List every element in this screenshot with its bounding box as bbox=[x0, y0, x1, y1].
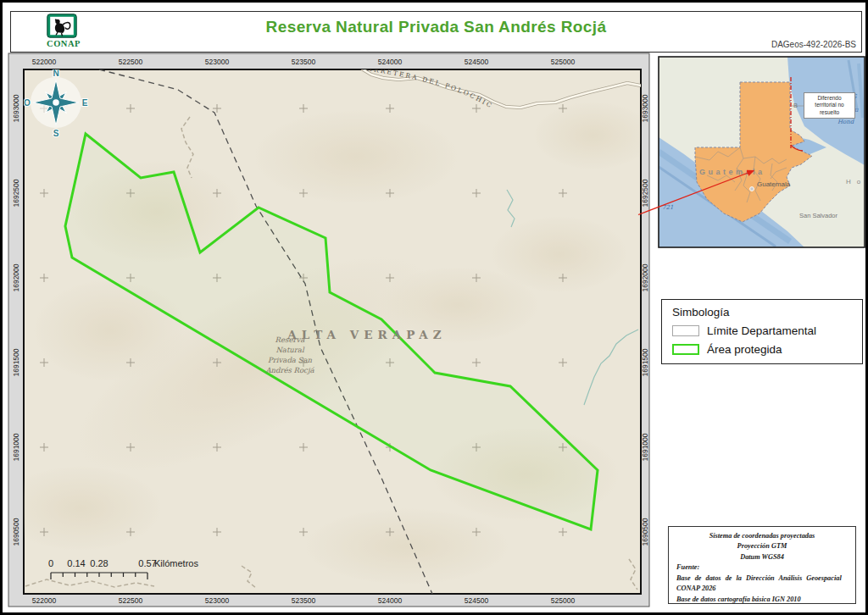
grid-coordinate-label: 1693000 bbox=[641, 94, 649, 122]
grid-coordinate-label: 1692000 bbox=[12, 263, 20, 291]
grid-coordinate-label: 1692500 bbox=[641, 179, 649, 207]
credits-box: Sistema de coordenadas proyectadas Proye… bbox=[668, 526, 856, 604]
compass-w: O bbox=[24, 98, 31, 108]
source-heading: Fuente: bbox=[676, 562, 848, 573]
projection-line: Sistema de coordenadas proyectadas bbox=[676, 531, 848, 541]
inset-city-dot bbox=[750, 187, 754, 191]
svg-text:Kilómetros: Kilómetros bbox=[154, 558, 198, 568]
source-line: CONAP 2026 bbox=[676, 584, 848, 594]
legend-title: Simbología bbox=[672, 306, 862, 319]
grid-coordinate-label: 522500 bbox=[119, 58, 143, 66]
source-line: Base de datos de la Dirección Análisis G… bbox=[676, 573, 848, 584]
projection-line: Proyección GTM bbox=[676, 541, 848, 551]
grid-coordinate-label: 1692500 bbox=[12, 179, 20, 207]
department-label: ALTA VERAPAZ bbox=[287, 328, 446, 341]
grid-coordinate-label: 524000 bbox=[378, 596, 403, 605]
departmental-limit-swatch bbox=[672, 325, 699, 336]
legend: Simbología Límite Departamental Área pro… bbox=[661, 299, 863, 364]
inset-belize-label: B bbox=[793, 102, 798, 109]
grid-coordinate-label: 525000 bbox=[551, 596, 576, 605]
inset-gulf-fragment-3: Hond bbox=[837, 119, 854, 125]
svg-text:0: 0 bbox=[48, 558, 53, 568]
svg-text:Natural: Natural bbox=[275, 346, 305, 354]
protected-area-swatch bbox=[672, 344, 699, 355]
grid-coordinate-label: 522500 bbox=[119, 596, 143, 605]
grid-coordinate-label: 522000 bbox=[32, 596, 57, 605]
grid-coordinate-label: 1693000 bbox=[12, 94, 20, 122]
grid-coordinate-label: 1691000 bbox=[12, 433, 20, 461]
grid-coordinate-label: 524000 bbox=[378, 58, 403, 66]
inset-map: B Guatemala Guatemala San Salvador Ho G … bbox=[659, 57, 866, 247]
conap-logo-text: CONAP bbox=[47, 39, 81, 48]
legend-item-protected-area: Área protegida bbox=[672, 343, 862, 356]
title-box: Reserva Natural Privada San Andrés Rocjá… bbox=[10, 11, 862, 53]
conap-monkey-icon bbox=[47, 14, 77, 40]
inset-honduras-fragment: Ho bbox=[846, 178, 866, 186]
svg-text:Reserva: Reserva bbox=[275, 335, 306, 344]
grid-coordinate-label: 1691500 bbox=[641, 348, 649, 376]
legend-item-departmental-limit: Límite Departamental bbox=[672, 324, 862, 337]
compass-s: S bbox=[53, 129, 59, 138]
grid-coordinate-label: 524500 bbox=[465, 596, 489, 605]
grid-coordinate-label: 523500 bbox=[292, 596, 316, 605]
inset-san-salvador-label: San Salvador bbox=[799, 212, 838, 219]
svg-text:Andrés Rocjá: Andrés Rocjá bbox=[264, 366, 314, 374]
grid-coordinate-label: 523500 bbox=[292, 58, 316, 66]
grid-coordinate-label: 523000 bbox=[205, 596, 230, 605]
svg-text:Privada San: Privada San bbox=[268, 356, 312, 364]
compass-n: N bbox=[53, 69, 58, 78]
grid-coordinate-label: 523000 bbox=[205, 58, 230, 66]
inset-city-label: Guatemala bbox=[757, 180, 791, 188]
document-code: DAGeos-492-2026-BS bbox=[771, 40, 856, 49]
grid-coordinate-label: 1690500 bbox=[641, 518, 649, 546]
grid-coordinate-label: 522000 bbox=[32, 58, 57, 66]
source-line: Base de datos cartografía básica IGN 201… bbox=[676, 595, 848, 605]
compass-e: E bbox=[82, 98, 88, 108]
grid-coordinate-label: 1690500 bbox=[12, 518, 20, 546]
inset-country-label: Guatemala bbox=[699, 168, 765, 176]
svg-text:0.28: 0.28 bbox=[90, 558, 108, 568]
grid-coordinate-label: 1692000 bbox=[641, 263, 649, 291]
grid-coordinate-label: 1691000 bbox=[641, 433, 649, 461]
projection-line: Datum WGS84 bbox=[676, 552, 848, 562]
grid-coordinate-label: 524500 bbox=[465, 58, 489, 66]
svg-text:0.14: 0.14 bbox=[67, 558, 85, 568]
territorial-dispute-note: Diferendo territorial no resuelto bbox=[804, 92, 855, 119]
conap-logo: CONAP bbox=[47, 14, 81, 48]
page-title: Reserva Natural Privada San Andrés Rocjá bbox=[11, 18, 861, 36]
grid-coordinate-label: 525000 bbox=[551, 58, 576, 66]
grid-coordinate-label: 1691500 bbox=[12, 348, 20, 376]
